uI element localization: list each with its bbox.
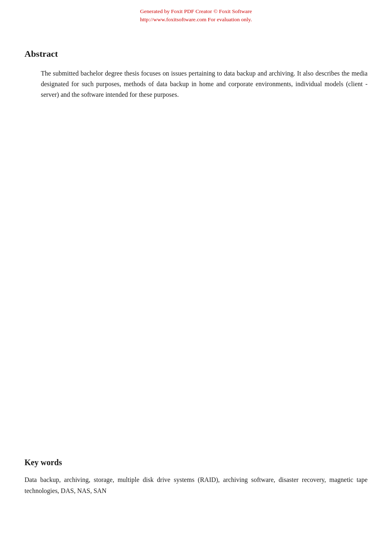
page: Generated by Foxit PDF Creator © Foxit S… <box>0 0 392 533</box>
abstract-paragraph1: The submitted bachelor degree thesis foc… <box>41 68 368 100</box>
abstract-body: The submitted bachelor degree thesis foc… <box>41 68 368 100</box>
keywords-body: Data backup, archiving, storage, multipl… <box>24 475 368 496</box>
keywords-title: Key words <box>24 458 368 467</box>
watermark-header: Generated by Foxit PDF Creator © Foxit S… <box>0 0 392 28</box>
watermark-line2: http://www.foxitsoftware.com For evaluat… <box>0 16 392 24</box>
watermark-line1: Generated by Foxit PDF Creator © Foxit S… <box>0 7 392 16</box>
content-area: Abstract The submitted bachelor degree t… <box>0 28 392 123</box>
keywords-section: Key words Data backup, archiving, storag… <box>24 458 368 496</box>
abstract-title: Abstract <box>24 49 368 59</box>
